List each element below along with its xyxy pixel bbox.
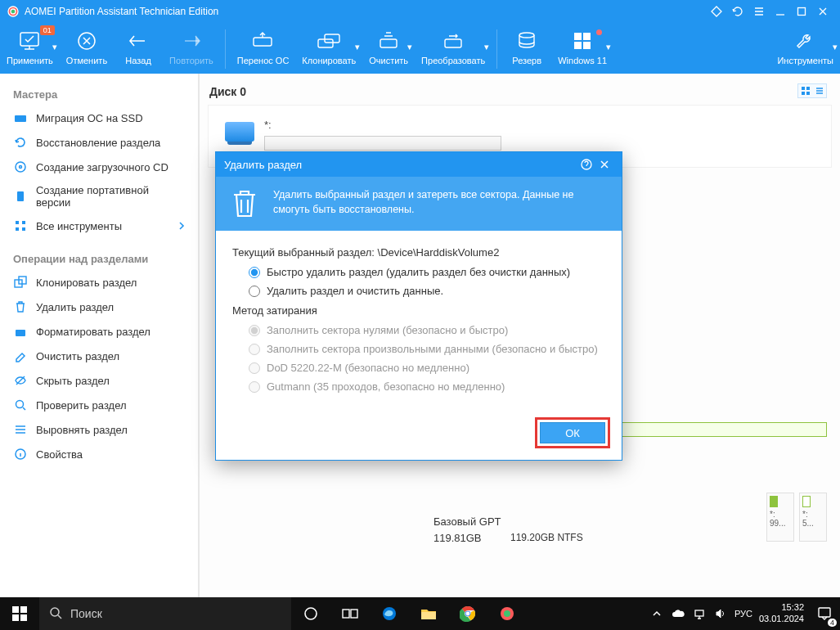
grid-view-icon [798, 84, 812, 97]
ssd-icon [13, 110, 28, 125]
wipe-button[interactable]: Очистить ▾ [362, 28, 415, 65]
forward-button: Повторить [163, 28, 220, 65]
network-icon[interactable] [692, 606, 707, 621]
onedrive-icon[interactable] [671, 606, 685, 621]
format-icon [13, 324, 28, 339]
menu-icon[interactable] [748, 3, 770, 20]
sidebar-item-portable[interactable]: Создание портативной версии [0, 179, 199, 214]
cortana-icon[interactable] [291, 597, 330, 630]
mini-partition[interactable]: *:99... [766, 493, 794, 542]
sidebar-item-all-tools[interactable]: Все инструменты [0, 214, 199, 238]
radio-random: Заполнить сектора произвольными данными … [232, 340, 605, 358]
sidebar-item-clone-partition[interactable]: Клонировать раздел [0, 270, 199, 295]
view-toggle[interactable] [797, 83, 827, 98]
app-logo-icon [7, 5, 20, 18]
volume-icon[interactable] [713, 606, 728, 621]
sidebar: Мастера Миграция ОС на SSD Восстановлени… [0, 74, 200, 597]
dialog-header: Удалить выбранный раздел и затереть все … [216, 177, 622, 231]
svg-point-10 [519, 33, 534, 38]
taskbar: Поиск РУС 15:32 03.01.2024 4 [0, 597, 840, 630]
sidebar-item-check-partition[interactable]: Проверить раздел [0, 393, 199, 417]
svg-rect-36 [20, 614, 27, 621]
radio-quick-delete[interactable]: Быстро удалить раздел (удалить раздел бе… [232, 263, 605, 281]
eraser-icon [13, 349, 28, 363]
svg-rect-33 [12, 606, 19, 613]
sidebar-item-delete-partition[interactable]: Удалить раздел [0, 295, 199, 319]
dialog-close-button[interactable] [595, 155, 613, 173]
svg-point-26 [16, 401, 24, 408]
svg-rect-28 [802, 87, 805, 90]
refresh-icon[interactable] [727, 3, 748, 20]
svg-rect-31 [806, 92, 810, 95]
chrome-icon[interactable] [448, 597, 487, 630]
sidebar-item-properties[interactable]: Свойства [0, 442, 199, 466]
caret-down-icon: ▾ [833, 42, 838, 52]
sidebar-item-bootable-cd[interactable]: Создание загрузочного CD [0, 155, 199, 179]
sidebar-item-partition-recovery[interactable]: Восстановление раздела [0, 130, 199, 155]
cancel-button[interactable]: Отменить [60, 28, 114, 65]
migrate-os-button[interactable]: Перенос ОС [231, 28, 296, 65]
svg-rect-35 [12, 614, 19, 621]
svg-rect-13 [574, 42, 582, 49]
trash-large-icon [229, 188, 260, 219]
tray-chevron-icon[interactable] [649, 606, 664, 621]
start-button[interactable] [0, 597, 39, 630]
action-center-button[interactable]: 4 [809, 597, 840, 630]
svg-rect-2 [798, 8, 806, 16]
partition-bar[interactable] [264, 136, 501, 151]
list-view-icon [812, 84, 826, 97]
search-icon [49, 606, 62, 622]
help-button[interactable] [577, 155, 595, 173]
disk-title: Диск 0 [208, 82, 832, 105]
radio-wipe-delete[interactable]: Удалить раздел и очистить данные. [232, 281, 605, 300]
recovery-icon [13, 135, 28, 150]
back-button[interactable]: Назад [114, 28, 163, 65]
explorer-icon[interactable] [409, 597, 448, 630]
sidebar-item-hide-partition[interactable]: Скрыть раздел [0, 368, 199, 393]
info-icon [13, 447, 28, 461]
keyboard-lang[interactable]: РУС [734, 609, 752, 619]
backup-button[interactable]: Резерв [502, 28, 551, 65]
sidebar-item-wipe-partition[interactable]: Очистить раздел [0, 344, 199, 368]
delete-partition-dialog: Удалить раздел Удалить выбранный раздел … [215, 151, 622, 461]
radio-gutmann: Gutmann (35 проходов, безопасно но медле… [232, 377, 605, 396]
svg-rect-6 [318, 39, 333, 47]
notification-count: 4 [828, 619, 837, 627]
usb-icon [13, 189, 28, 204]
svg-point-45 [466, 612, 470, 616]
apply-button[interactable]: 01 Применить ▾ [0, 28, 60, 65]
radio-dod: DoD 5220.22-M (безопасно но медленно) [232, 358, 605, 377]
maximize-button[interactable] [791, 3, 812, 20]
svg-rect-19 [16, 221, 19, 224]
aomei-taskbar-icon[interactable] [487, 597, 527, 630]
svg-rect-30 [802, 92, 805, 95]
edge-icon[interactable] [370, 597, 409, 630]
clone-button[interactable]: Клонировать ▾ [295, 28, 362, 65]
mini-partition[interactable]: *:5... [799, 493, 827, 542]
diamond-icon[interactable] [706, 3, 727, 20]
svg-rect-14 [583, 42, 591, 49]
window-title: AOMEI Partition Assistant Technician Edi… [25, 6, 218, 17]
task-view-icon[interactable] [330, 597, 370, 630]
convert-button[interactable]: Преобразовать ▾ [415, 28, 492, 65]
ok-button[interactable]: ОК [540, 422, 605, 443]
wizards-heading: Мастера [0, 82, 199, 106]
windows11-button[interactable]: Windows 11 ▾ [551, 28, 613, 65]
taskbar-clock[interactable]: 15:32 03.01.2024 [759, 602, 804, 625]
tools-button[interactable]: Инструменты ▾ [770, 28, 840, 65]
radio-zeros: Заполнить сектора нулями (безопасно и бы… [232, 321, 605, 340]
sidebar-item-migrate-ssd[interactable]: Миграция ОС на SSD [0, 106, 199, 130]
svg-rect-15 [15, 115, 26, 122]
sidebar-item-format-partition[interactable]: Форматировать раздел [0, 319, 199, 344]
minimize-button[interactable] [770, 3, 791, 20]
close-button[interactable] [812, 3, 833, 20]
svg-rect-49 [819, 608, 830, 617]
grid-icon [13, 218, 28, 233]
taskbar-search[interactable]: Поиск [39, 597, 291, 630]
disk-icon [225, 122, 254, 142]
caret-down-icon: ▾ [407, 42, 412, 52]
sidebar-item-align-partition[interactable]: Выровнять раздел [0, 417, 199, 442]
svg-rect-40 [351, 610, 357, 618]
svg-rect-8 [380, 39, 397, 47]
svg-point-1 [11, 9, 16, 14]
